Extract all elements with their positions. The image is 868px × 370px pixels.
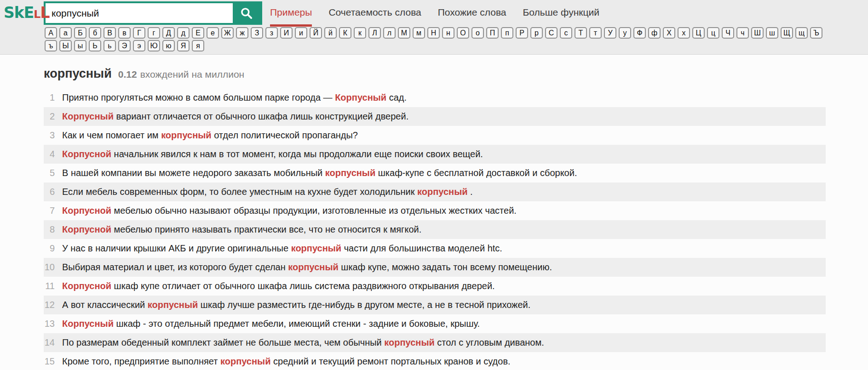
tab-similar-words[interactable]: Похожие слова	[438, 0, 506, 27]
example-row: 14По размерам обеденный комплект займет …	[44, 333, 826, 352]
alphabet-letter-е[interactable]: е	[207, 27, 219, 39]
alphabet-letter-Ч[interactable]: Ч	[722, 27, 734, 39]
alphabet-letter-Я[interactable]: Я	[177, 40, 190, 51]
alphabet-letter-щ[interactable]: щ	[795, 27, 808, 39]
alphabet-letter-д[interactable]: д	[177, 27, 190, 39]
example-sentence: Корпусной мебелью обычно называют образц…	[62, 205, 517, 216]
alphabet-letter-х[interactable]: х	[678, 27, 690, 39]
example-sentence: Как и чем помогает им корпусный отдел по…	[62, 130, 358, 141]
alphabet-letter-Ъ[interactable]: Ъ	[810, 27, 822, 39]
example-number: 1	[44, 92, 55, 103]
alphabet-letter-о[interactable]: о	[471, 27, 484, 39]
example-row: 7Корпусной мебелью обычно называют образ…	[44, 201, 826, 220]
alphabet-letter-б[interactable]: б	[89, 27, 101, 39]
alphabet-letter-Б[interactable]: Б	[74, 27, 86, 39]
alphabet-letter-Т[interactable]: Т	[575, 27, 587, 39]
alphabet-letter-у[interactable]: у	[619, 27, 631, 39]
alphabet-letter-Р[interactable]: Р	[516, 27, 528, 39]
alphabet-letter-Г[interactable]: Г	[133, 27, 145, 39]
alphabet-letter-м[interactable]: м	[413, 27, 425, 39]
alphabet-letter-У[interactable]: У	[604, 27, 616, 39]
alphabet-letter-ч[interactable]: ч	[736, 27, 749, 39]
tab-examples[interactable]: Примеры	[270, 0, 312, 27]
keyword-highlight: корпусный	[220, 356, 270, 366]
alphabet-letter-Л[interactable]: Л	[368, 27, 381, 39]
alphabet-letter-г[interactable]: г	[148, 27, 160, 39]
alphabet-letter-Е[interactable]: Е	[192, 27, 204, 39]
alphabet-letter-и[interactable]: и	[295, 27, 307, 39]
alphabet-letter-й[interactable]: й	[324, 27, 337, 39]
alphabet-letter-т[interactable]: т	[589, 27, 602, 39]
alphabet-letter-ц[interactable]: ц	[707, 27, 719, 39]
alphabet-letter-П[interactable]: П	[486, 27, 499, 39]
alphabet-letter-Х[interactable]: Х	[663, 27, 675, 39]
example-sentence: Если мебель современных форм, то более у…	[62, 187, 473, 197]
alphabet-letter-Э[interactable]: Э	[118, 40, 131, 51]
keyword-highlight: Корпусный	[335, 92, 386, 102]
example-number: 12	[44, 300, 55, 310]
keyword-highlight: Корпусной	[62, 149, 111, 159]
example-row: 13Корпусный шкаф - это отдельный предмет…	[44, 314, 826, 333]
alphabet-letter-Ы[interactable]: Ы	[59, 40, 72, 51]
tab-word-sketch[interactable]: Сочетаемость слова	[328, 0, 421, 27]
alphabet-letter-л[interactable]: л	[383, 27, 396, 39]
example-row: 2Корпусный вариант отличается от обычног…	[44, 107, 826, 126]
alphabet-letter-К[interactable]: К	[339, 27, 351, 39]
example-sentence: А вот классический корпусный шкаф лучше …	[62, 300, 530, 310]
alphabet-letter-М[interactable]: М	[398, 27, 410, 39]
alphabet-letter-с[interactable]: с	[560, 27, 572, 39]
example-number: 8	[44, 224, 55, 235]
alphabet-letter-в[interactable]: в	[118, 27, 131, 39]
example-number: 3	[44, 130, 55, 141]
alphabet-letter-Ь[interactable]: Ь	[89, 40, 101, 51]
alphabet-letter-з[interactable]: з	[265, 27, 278, 39]
alphabet-letter-Ш[interactable]: Ш	[751, 27, 764, 39]
alphabet-letter-ъ[interactable]: ъ	[45, 40, 57, 51]
alphabet-letter-З[interactable]: З	[251, 27, 263, 39]
example-number: 11	[44, 281, 55, 291]
alphabet-letter-ь[interactable]: ь	[103, 40, 116, 51]
alphabet-letter-ю[interactable]: ю	[162, 40, 175, 51]
alphabet-letter-А[interactable]: А	[45, 27, 57, 39]
keyword-highlight: Корпусной	[62, 205, 111, 216]
search-input[interactable]	[46, 3, 233, 23]
example-sentence: Корпусной мебелью принято называть практ…	[62, 224, 421, 235]
example-sentence: Приятно прогуляться можно в самом большо…	[62, 92, 407, 103]
alphabet-letter-р[interactable]: р	[530, 27, 543, 39]
alphabet-letter-Ф[interactable]: Ф	[633, 27, 646, 39]
example-row: 4Корпусной начальник явился к нам в тот …	[44, 145, 826, 164]
alphabet-letter-э[interactable]: э	[133, 40, 145, 51]
search-button[interactable]	[233, 3, 260, 23]
alphabet-letter-Н[interactable]: Н	[427, 27, 440, 39]
skell-logo[interactable]: SkELL	[0, 0, 44, 40]
alphabet-letter-Й[interactable]: Й	[310, 27, 322, 39]
alphabet-letter-ж[interactable]: ж	[236, 27, 248, 39]
alphabet-letter-ш[interactable]: ш	[766, 27, 778, 39]
alphabet-letter-О[interactable]: О	[457, 27, 469, 39]
page-title-headword: корпусный	[44, 67, 112, 81]
alphabet-letter-Ц[interactable]: Ц	[692, 27, 705, 39]
alphabet-letter-п[interactable]: п	[501, 27, 513, 39]
alphabet-letter-Ж[interactable]: Ж	[221, 27, 234, 39]
tab-more-functions[interactable]: Больше функций	[523, 0, 599, 27]
example-number: 7	[44, 205, 55, 216]
keyword-highlight: Корпусный	[62, 319, 114, 329]
example-sentence: Кроме того, предприятие выполняет корпус…	[62, 356, 511, 367]
alphabet-letter-В[interactable]: В	[103, 27, 116, 39]
example-number: 10	[44, 262, 55, 273]
alphabet-letter-Д[interactable]: Д	[162, 27, 175, 39]
alphabet-letter-ф[interactable]: ф	[648, 27, 661, 39]
example-sentence: В нашей компании вы можете недорого зака…	[62, 168, 577, 178]
alphabet-letter-Ю[interactable]: Ю	[148, 40, 160, 51]
example-row: 12А вот классический корпусный шкаф лучш…	[44, 296, 826, 314]
alphabet-letter-И[interactable]: И	[280, 27, 293, 39]
alphabet-letter-н[interactable]: н	[442, 27, 454, 39]
alphabet-letter-а[interactable]: а	[59, 27, 72, 39]
alphabet-letter-Щ[interactable]: Щ	[781, 27, 793, 39]
alphabet-row-1: АаБбВвГгДдЕеЖжЗзИиЙйКкЛлМмНнОоПпРрСсТтУу…	[45, 27, 868, 40]
alphabet-letter-к[interactable]: к	[354, 27, 366, 39]
alphabet-letter-я[interactable]: я	[192, 40, 204, 51]
example-sentence: Выбирая материал и цвет, из которого буд…	[62, 262, 552, 273]
alphabet-letter-ы[interactable]: ы	[74, 40, 86, 51]
alphabet-letter-С[interactable]: С	[545, 27, 558, 39]
